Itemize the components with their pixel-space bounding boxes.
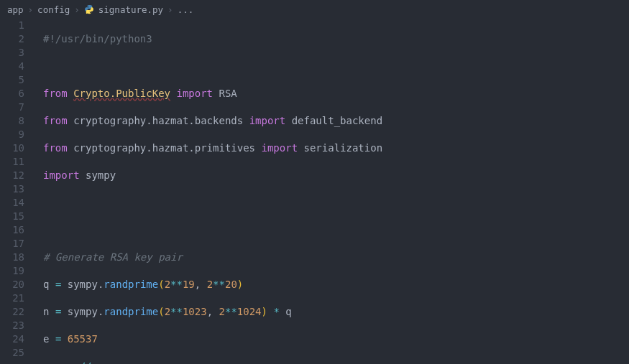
var: n [43,306,49,317]
module-seg: hazmat [152,115,189,126]
module-crypto: Crypto.PublicKey [73,88,170,99]
import-rsa: RSA [219,88,237,99]
code-area[interactable]: #!/usr/bin/python3 from Crypto.PublicKey… [35,19,629,364]
num: 2 [207,279,213,290]
var: e [43,333,49,345]
breadcrumb-seg-more[interactable]: ... [178,3,194,17]
num: 2 [219,306,225,317]
import-name: serialization [304,142,383,154]
python-file-icon [84,4,94,14]
kw-import: import [249,115,286,126]
module-seg: backends [195,115,243,126]
module-seg: hazmat [152,142,189,154]
num: 65537 [68,333,98,345]
op: // [80,360,92,364]
var: q [98,360,104,364]
fn: randprime [104,306,158,317]
fn: randprime [104,279,158,290]
import-name: default_backend [292,115,382,126]
module-seg: cryptography [73,115,146,126]
kw-import: import [43,169,80,181]
module-seg: cryptography [73,142,146,154]
chevron-right-icon: › [74,3,80,17]
module-seg: primitives [195,142,255,154]
import-name: sympy [86,169,116,181]
num: 20 [225,279,237,290]
num: 19 [183,279,195,290]
kw-import: import [176,88,213,99]
op: ** [213,279,225,290]
op: * [273,306,279,317]
kw-from: from [43,142,68,154]
kw-from: from [43,115,68,126]
var: q [43,279,49,290]
comment: # Generate RSA key pair [43,251,183,263]
num: 1024 [237,306,262,317]
kw-from: from [43,88,68,99]
line-number-gutter: 1234567891011121314151617181920212223242… [0,19,35,364]
num: 1023 [183,306,207,317]
obj: sympy [68,306,98,317]
chevron-right-icon: › [167,3,173,17]
obj: sympy [68,279,98,290]
var: q [285,306,291,317]
var: p [43,360,49,364]
code-editor[interactable]: 1234567891011121314151617181920212223242… [0,19,629,364]
num: 2 [165,306,170,317]
shebang: #!/usr/bin/python3 [43,33,152,45]
chevron-right-icon: › [28,3,34,17]
breadcrumb-seg-config[interactable]: config [37,3,70,17]
kw-import: import [262,142,298,154]
var: n [68,360,73,364]
breadcrumb-seg-file[interactable]: signature.py [98,3,163,17]
breadcrumb-seg-app[interactable]: app [7,3,24,17]
breadcrumb[interactable]: app › config › signature.py › ... [0,0,629,19]
op: ** [170,279,183,290]
num: 2 [165,279,170,290]
